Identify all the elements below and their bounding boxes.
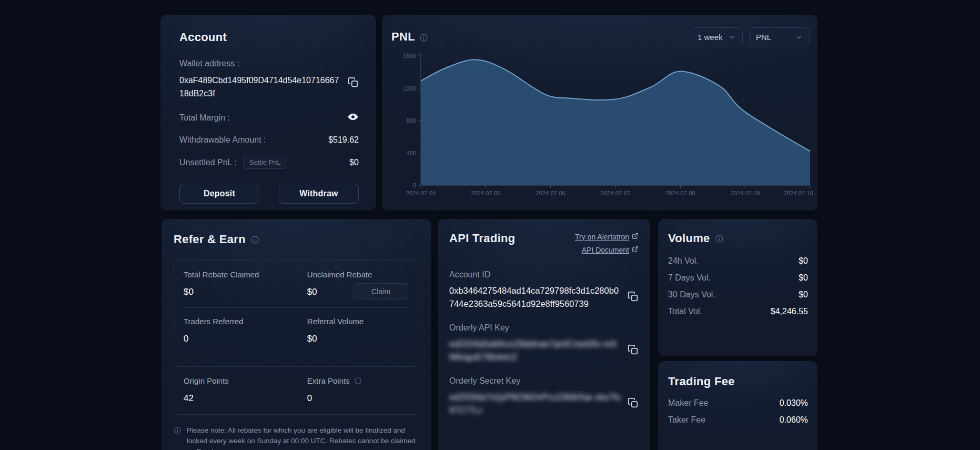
withdrawable-amount-value: $519.62 (328, 135, 359, 145)
pnl-chart: 0400800120016002024-07-042024-07-052024-… (391, 47, 814, 201)
eye-icon (347, 111, 359, 124)
volume-7d-label: 7 Days Vol. (668, 273, 711, 283)
copy-wallet-button[interactable] (348, 77, 359, 89)
account-card: Account Wallet address : 0xaF489Cbd1495f… (160, 15, 376, 211)
claim-button[interactable]: Claim (353, 283, 408, 299)
settle-pnl-button[interactable]: Settle PnL (243, 156, 287, 169)
taker-fee-value: 0.060% (780, 415, 808, 425)
referral-volume-label: Referral Volume (307, 317, 408, 326)
svg-text:2024-07-06: 2024-07-06 (536, 190, 565, 196)
chevron-down-icon (729, 33, 736, 41)
external-link-icon (632, 246, 639, 254)
copy-secret-key-button[interactable] (628, 397, 639, 410)
copy-icon (628, 397, 639, 410)
api-key-label: Orderly API Key (449, 323, 639, 333)
api-document-link[interactable]: API Document (582, 246, 639, 254)
note-info-icon (174, 426, 181, 450)
account-title: Account (179, 31, 359, 44)
points-box: Origin Points 42 Extra Points 0 (174, 366, 418, 415)
refer-earn-card: Refer & Earn Total Rebate Claimed $0 Unc… (161, 219, 431, 450)
divider (184, 307, 408, 308)
alertatron-link[interactable]: Try on Alertatron (575, 233, 639, 241)
total-rebate-claimed-label: Total Rebate Claimed (184, 270, 307, 279)
referral-volume-stat: Referral Volume $0 (307, 317, 408, 344)
chevron-down-icon (795, 33, 803, 41)
svg-text:400: 400 (407, 150, 416, 156)
extra-points-value: 0 (307, 393, 408, 404)
external-link-icon (632, 233, 639, 241)
copy-account-id-button[interactable] (628, 291, 639, 304)
api-trading-title: API Trading (449, 232, 516, 245)
origin-points-value: 42 (184, 393, 307, 404)
volume-24h-value: $0 (799, 256, 808, 266)
alertatron-link-label: Try on Alertatron (575, 233, 629, 241)
maker-fee-label: Maker Fee (668, 398, 708, 408)
volume-24h-label: 24h Vol. (668, 256, 699, 266)
copy-icon (348, 77, 359, 89)
wallet-address-label: Wallet address : (179, 59, 359, 68)
trading-fee-card: Trading Fee Maker Fee 0.030% Taker Fee 0… (658, 361, 817, 450)
pnl-card: PNL 1 week PNL 0400800120016002024-07-04… (382, 15, 817, 211)
rebate-stats-box: Total Rebate Claimed $0 Unclaimed Rebate… (174, 260, 418, 355)
toggle-margin-visibility-button[interactable] (347, 111, 359, 124)
svg-text:1600: 1600 (403, 53, 416, 59)
volume-row-total: Total Vol. $4,246.55 (668, 303, 808, 320)
unclaimed-rebate-label: Unclaimed Rebate (307, 270, 408, 279)
maker-fee-row: Maker Fee 0.030% (668, 395, 808, 412)
withdrawable-amount-label: Withdrawable Amount : (179, 135, 266, 145)
volume-card: Volume 24h Vol. $0 7 Days Vol. $0 30 Day… (658, 219, 817, 356)
copy-api-key-button[interactable] (628, 344, 639, 357)
copy-icon (628, 291, 639, 304)
extra-points-stat: Extra Points 0 (307, 376, 408, 404)
svg-text:2024-07-08: 2024-07-08 (665, 190, 695, 196)
metric-dropdown-value: PNL (756, 33, 771, 42)
api-key-value: ed2204a5wbfnvx29ddnae7qmlCnwt26v er9M6ng… (449, 337, 621, 364)
pnl-title: PNL (391, 30, 415, 44)
unclaimed-rebate-stat: Unclaimed Rebate $0 Claim (307, 270, 408, 297)
total-rebate-claimed-value: $0 (184, 287, 307, 297)
refer-info-icon[interactable] (250, 235, 259, 244)
secret-key-value: ed255fda7vQyP8Z3kDnPcu23b9r5qv dss7fu971… (449, 391, 621, 417)
withdraw-button[interactable]: Withdraw (279, 184, 359, 204)
svg-text:800: 800 (407, 117, 416, 124)
secret-key-label: Orderly Secret Key (449, 376, 639, 386)
svg-text:2024-07-07: 2024-07-07 (601, 190, 630, 196)
svg-text:2024-07-09: 2024-07-09 (731, 190, 760, 196)
volume-total-label: Total Vol. (668, 307, 702, 316)
traders-referred-stat: Traders Referred 0 (184, 317, 307, 344)
wallet-address-value: 0xaF489Cbd1495f09D4714d54e1071666718dB2c… (179, 74, 342, 100)
api-trading-card: API Trading Try on Alertatron API Docume… (438, 219, 650, 450)
svg-text:2024-07-10: 2024-07-10 (784, 190, 813, 196)
extra-points-info-icon[interactable] (354, 377, 362, 385)
traders-referred-value: 0 (184, 334, 307, 344)
unsettled-pnl-label: Unsettled PnL : (179, 158, 237, 167)
svg-text:2024-07-05: 2024-07-05 (471, 190, 500, 196)
maker-fee-value: 0.030% (780, 398, 808, 408)
volume-title: Volume (668, 232, 710, 245)
pnl-info-icon[interactable] (419, 32, 428, 42)
svg-text:2024-07-04: 2024-07-04 (406, 190, 436, 196)
period-dropdown-value: 1 week (698, 33, 723, 42)
traders-referred-label: Traders Referred (184, 317, 307, 326)
period-dropdown[interactable]: 1 week (691, 27, 743, 46)
referral-volume-value: $0 (307, 334, 408, 344)
refer-earn-title: Refer & Earn (174, 233, 246, 246)
metric-dropdown[interactable]: PNL (749, 27, 810, 46)
volume-7d-value: $0 (799, 273, 808, 283)
account-id-value: 0xb3464275484ad14ca729798fc3d1c280b0744e… (449, 284, 621, 311)
volume-row-24h: 24h Vol. $0 (668, 253, 808, 269)
total-rebate-claimed-stat: Total Rebate Claimed $0 (184, 270, 307, 297)
extra-points-label: Extra Points (307, 376, 350, 385)
svg-text:1200: 1200 (403, 85, 416, 92)
total-margin-label: Total Margin : (179, 113, 230, 123)
volume-row-7d: 7 Days Vol. $0 (668, 269, 808, 286)
volume-30d-value: $0 (799, 290, 808, 299)
volume-info-icon[interactable] (715, 234, 724, 243)
rebate-note: Please note: All rebates for which you a… (174, 425, 418, 450)
copy-icon (628, 344, 639, 357)
rebate-note-text: Please note: All rebates for which you a… (187, 425, 417, 450)
volume-row-30d: 30 Days Vol. $0 (668, 286, 808, 303)
deposit-button[interactable]: Deposit (179, 184, 259, 204)
taker-fee-label: Taker Fee (668, 415, 705, 425)
account-id-label: Account ID (449, 270, 639, 279)
